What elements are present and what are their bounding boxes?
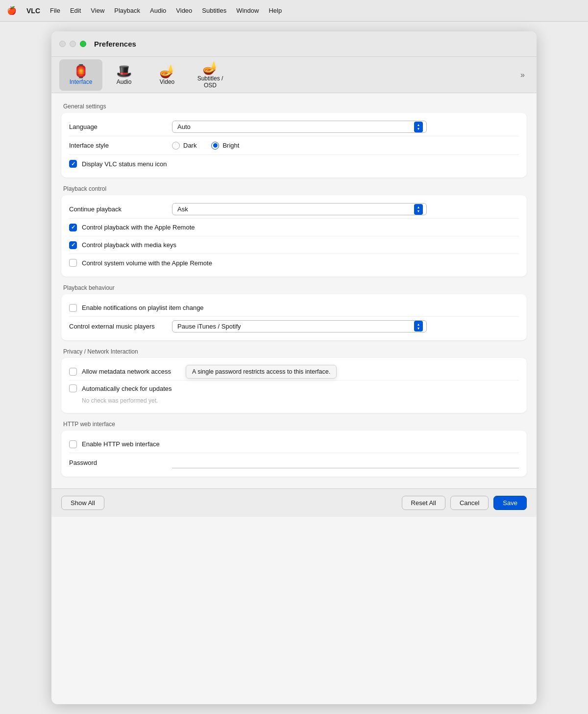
- subtitles-icon: 🪔: [202, 61, 218, 74]
- general-settings-label: General settings: [61, 103, 527, 110]
- window-menu[interactable]: Window: [236, 7, 259, 14]
- display-vlc-row: Display VLC status menu icon: [69, 155, 519, 173]
- playback-behaviour-box: Enable notifications on playlist item ch…: [61, 294, 527, 340]
- language-label: Language: [69, 123, 167, 130]
- titlebar: Preferences: [51, 31, 537, 57]
- subtitles-menu[interactable]: Subtitles: [202, 7, 226, 14]
- tab-interface-label: Interface: [70, 78, 93, 85]
- password-row: Password: [69, 453, 519, 472]
- privacy-label: Privacy / Network Interaction: [61, 348, 527, 355]
- more-tabs-button[interactable]: »: [516, 69, 529, 81]
- apple-remote-checkbox[interactable]: [69, 224, 77, 231]
- app-menu[interactable]: VLC: [26, 7, 40, 15]
- tab-video[interactable]: 🪔 Video: [146, 59, 189, 91]
- continue-playback-row: Continue playback Ask Always Never: [69, 200, 519, 219]
- audio-icon: 🎩: [116, 65, 132, 77]
- radio-bright-circle: [211, 142, 219, 150]
- radio-dark[interactable]: Dark: [172, 142, 196, 150]
- notifications-label: Enable notifications on playlist item ch…: [82, 304, 204, 311]
- audio-menu[interactable]: Audio: [150, 7, 166, 14]
- radio-dark-label: Dark: [183, 142, 196, 149]
- toolbar: 🏮 Interface 🎩 Audio 🪔 Video 🪔 Subtitles …: [51, 57, 537, 93]
- tab-video-label: Video: [160, 78, 174, 85]
- tab-audio[interactable]: 🎩 Audio: [102, 59, 146, 91]
- radio-bright[interactable]: Bright: [211, 142, 239, 150]
- show-all-button[interactable]: Show All: [61, 496, 104, 510]
- media-keys-row: Control playback with media keys: [69, 236, 519, 254]
- system-volume-label: Control system volume with the Apple Rem…: [82, 259, 212, 267]
- interface-icon: 🏮: [73, 65, 89, 77]
- general-settings-box: Language Auto English French German Span…: [61, 113, 527, 178]
- system-volume-row: Control system volume with the Apple Rem…: [69, 254, 519, 272]
- enable-http-label: Enable HTTP web interface: [82, 440, 160, 448]
- notifications-row: Enable notifications on playlist item ch…: [69, 299, 519, 317]
- footer: Show All Reset All Cancel Save: [51, 488, 537, 517]
- media-keys-label: Control playback with media keys: [82, 241, 176, 249]
- radio-bright-label: Bright: [222, 142, 239, 149]
- playback-menu[interactable]: Playback: [114, 7, 140, 14]
- radio-dark-circle: [172, 142, 180, 150]
- updates-label: Automatically check for updates: [82, 385, 172, 392]
- preferences-window: Preferences 🏮 Interface 🎩 Audio 🪔 Video …: [51, 31, 537, 704]
- metadata-row: Allow metadata network access A single p…: [69, 363, 519, 381]
- privacy-box: Allow metadata network access A single p…: [61, 358, 527, 413]
- playback-behaviour-label: Playback behaviour: [61, 284, 527, 291]
- video-icon: 🪔: [159, 65, 175, 77]
- video-menu[interactable]: Video: [176, 7, 192, 14]
- file-menu[interactable]: File: [50, 7, 60, 14]
- maximize-button[interactable]: [80, 41, 86, 47]
- tab-subtitles-label: Subtitles / OSD: [193, 75, 228, 89]
- continue-playback-label: Continue playback: [69, 205, 167, 213]
- language-select[interactable]: Auto English French German Spanish: [172, 121, 427, 133]
- cancel-button[interactable]: Cancel: [450, 496, 489, 510]
- external-music-select-wrapper: Pause iTunes / Spotify Do nothing Pause …: [172, 320, 427, 332]
- help-menu[interactable]: Help: [269, 7, 282, 14]
- updates-row: Automatically check for updates No check…: [69, 381, 519, 408]
- apple-remote-label: Control playback with the Apple Remote: [82, 224, 195, 231]
- external-music-select[interactable]: Pause iTunes / Spotify Do nothing Pause …: [172, 320, 427, 332]
- external-music-label: Control external music players: [69, 323, 167, 330]
- enable-http-row: Enable HTTP web interface: [69, 435, 519, 453]
- apple-remote-row: Control playback with the Apple Remote: [69, 219, 519, 236]
- password-input[interactable]: [172, 457, 519, 468]
- language-select-wrapper: Auto English French German Spanish: [172, 121, 427, 133]
- tab-interface[interactable]: 🏮 Interface: [59, 59, 102, 91]
- window-title: Preferences: [94, 40, 529, 48]
- preferences-content: General settings Language Auto English F…: [51, 93, 537, 488]
- notifications-checkbox[interactable]: [69, 304, 77, 312]
- save-button[interactable]: Save: [493, 496, 527, 510]
- metadata-label: Allow metadata network access: [82, 368, 171, 375]
- tooltip-overlay: A single password restricts access to th…: [186, 365, 337, 379]
- tab-audio-label: Audio: [117, 78, 132, 85]
- continue-playback-select[interactable]: Ask Always Never: [172, 203, 427, 215]
- http-label: HTTP web interface: [61, 421, 527, 428]
- apple-menu[interactable]: 🍎: [7, 6, 17, 15]
- minimize-button[interactable]: [70, 41, 76, 47]
- playback-control-box: Continue playback Ask Always Never Contr…: [61, 195, 527, 277]
- traffic-lights: [59, 41, 86, 47]
- external-music-row: Control external music players Pause iTu…: [69, 317, 519, 335]
- metadata-checkbox[interactable]: [69, 368, 77, 376]
- edit-menu[interactable]: Edit: [70, 7, 81, 14]
- tab-subtitles[interactable]: 🪔 Subtitles / OSD: [189, 59, 232, 91]
- reset-all-button[interactable]: Reset All: [402, 496, 445, 510]
- playback-control-label: Playback control: [61, 185, 527, 192]
- enable-http-checkbox[interactable]: [69, 440, 77, 448]
- display-vlc-checkbox[interactable]: [69, 160, 77, 168]
- view-menu[interactable]: View: [91, 7, 104, 14]
- continue-playback-select-wrapper: Ask Always Never: [172, 203, 427, 215]
- interface-style-label: Interface style: [69, 142, 167, 149]
- menubar: 🍎 VLC File Edit View Playback Audio Vide…: [0, 0, 588, 22]
- tooltip-text: A single password restricts access to th…: [186, 365, 337, 379]
- interface-style-radio-group: Dark Bright: [172, 142, 519, 150]
- media-keys-checkbox[interactable]: [69, 241, 77, 249]
- http-box: Enable HTTP web interface Password: [61, 431, 527, 477]
- updates-checkbox[interactable]: [69, 384, 77, 392]
- updates-subtext: No check was performed yet.: [69, 397, 158, 406]
- language-row: Language Auto English French German Span…: [69, 118, 519, 136]
- system-volume-checkbox[interactable]: [69, 259, 77, 267]
- close-button[interactable]: [59, 41, 66, 47]
- display-vlc-label: Display VLC status menu icon: [82, 160, 167, 168]
- password-label: Password: [69, 459, 167, 466]
- interface-style-row: Interface style Dark Bright: [69, 136, 519, 155]
